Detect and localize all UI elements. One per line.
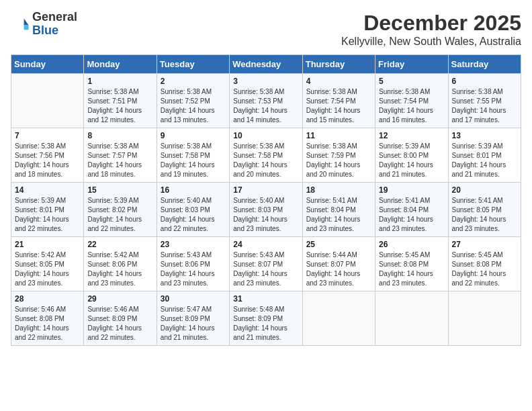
calendar-cell: 27Sunrise: 5:45 AM Sunset: 8:08 PM Dayli…	[448, 237, 521, 291]
cell-content: Sunrise: 5:42 AM Sunset: 8:05 PM Dayligh…	[15, 250, 80, 288]
cell-content: Sunrise: 5:38 AM Sunset: 7:53 PM Dayligh…	[233, 87, 298, 125]
calendar-cell: 31Sunrise: 5:48 AM Sunset: 8:09 PM Dayli…	[230, 291, 302, 346]
day-number: 2	[161, 77, 226, 86]
calendar-week-row: 1Sunrise: 5:38 AM Sunset: 7:51 PM Daylig…	[11, 74, 521, 128]
calendar-cell: 11Sunrise: 5:38 AM Sunset: 7:59 PM Dayli…	[302, 128, 375, 183]
calendar-cell: 23Sunrise: 5:43 AM Sunset: 8:06 PM Dayli…	[157, 237, 229, 291]
day-number: 28	[15, 294, 80, 304]
svg-marker-1	[24, 25, 29, 30]
calendar-cell: 20Sunrise: 5:41 AM Sunset: 8:05 PM Dayli…	[448, 183, 521, 237]
day-number: 17	[233, 185, 298, 195]
day-number: 3	[233, 77, 298, 86]
calendar-cell: 25Sunrise: 5:44 AM Sunset: 8:07 PM Dayli…	[302, 237, 375, 291]
cell-content: Sunrise: 5:39 AM Sunset: 8:01 PM Dayligh…	[15, 196, 80, 234]
calendar-cell: 15Sunrise: 5:39 AM Sunset: 8:02 PM Dayli…	[84, 183, 157, 237]
calendar-cell: 16Sunrise: 5:40 AM Sunset: 8:03 PM Dayli…	[157, 183, 229, 237]
calendar-cell: 26Sunrise: 5:45 AM Sunset: 8:08 PM Dayli…	[375, 237, 448, 291]
calendar-cell: 9Sunrise: 5:38 AM Sunset: 7:58 PM Daylig…	[157, 128, 229, 183]
day-number: 22	[87, 240, 152, 249]
day-number: 27	[452, 240, 517, 249]
calendar-week-row: 14Sunrise: 5:39 AM Sunset: 8:01 PM Dayli…	[11, 183, 521, 237]
calendar-cell: 8Sunrise: 5:38 AM Sunset: 7:57 PM Daylig…	[84, 128, 157, 183]
cell-content: Sunrise: 5:46 AM Sunset: 8:09 PM Dayligh…	[87, 305, 152, 342]
day-header-friday: Friday	[375, 55, 448, 74]
day-number: 7	[15, 131, 80, 140]
cell-content: Sunrise: 5:38 AM Sunset: 7:57 PM Dayligh…	[87, 142, 152, 179]
calendar-table: SundayMondayTuesdayWednesdayThursdayFrid…	[11, 54, 521, 346]
calendar-cell: 22Sunrise: 5:42 AM Sunset: 8:06 PM Dayli…	[84, 237, 157, 291]
cell-content: Sunrise: 5:39 AM Sunset: 8:01 PM Dayligh…	[452, 142, 517, 179]
location-title: Kellyville, New South Wales, Australia	[341, 36, 521, 48]
cell-content: Sunrise: 5:38 AM Sunset: 7:54 PM Dayligh…	[379, 87, 444, 125]
calendar-cell: 14Sunrise: 5:39 AM Sunset: 8:01 PM Dayli…	[11, 183, 84, 237]
day-header-monday: Monday	[84, 55, 157, 74]
logo-general: General	[32, 11, 77, 24]
calendar-cell: 29Sunrise: 5:46 AM Sunset: 8:09 PM Dayli…	[84, 291, 157, 346]
calendar-cell: 1Sunrise: 5:38 AM Sunset: 7:51 PM Daylig…	[84, 74, 157, 128]
cell-content: Sunrise: 5:47 AM Sunset: 8:09 PM Dayligh…	[161, 305, 226, 342]
calendar-cell: 7Sunrise: 5:38 AM Sunset: 7:56 PM Daylig…	[11, 128, 84, 183]
calendar-cell: 12Sunrise: 5:39 AM Sunset: 8:00 PM Dayli…	[375, 128, 448, 183]
calendar-week-row: 7Sunrise: 5:38 AM Sunset: 7:56 PM Daylig…	[11, 128, 521, 183]
month-title: December 2025	[341, 11, 521, 36]
day-number: 5	[379, 77, 444, 86]
cell-content: Sunrise: 5:38 AM Sunset: 7:52 PM Dayligh…	[161, 87, 226, 125]
calendar-week-row: 28Sunrise: 5:46 AM Sunset: 8:08 PM Dayli…	[11, 291, 521, 346]
calendar-cell	[11, 74, 84, 128]
day-header-tuesday: Tuesday	[157, 55, 229, 74]
calendar-cell	[375, 291, 448, 346]
calendar-cell	[448, 291, 521, 346]
day-number: 1	[87, 77, 152, 86]
day-number: 6	[452, 77, 517, 86]
calendar-body: 1Sunrise: 5:38 AM Sunset: 7:51 PM Daylig…	[11, 74, 521, 346]
calendar-cell: 18Sunrise: 5:41 AM Sunset: 8:04 PM Dayli…	[302, 183, 375, 237]
cell-content: Sunrise: 5:42 AM Sunset: 8:06 PM Dayligh…	[87, 250, 152, 288]
cell-content: Sunrise: 5:38 AM Sunset: 7:58 PM Dayligh…	[161, 142, 226, 179]
calendar-cell: 30Sunrise: 5:47 AM Sunset: 8:09 PM Dayli…	[157, 291, 229, 346]
title-area: December 2025 Kellyville, New South Wale…	[341, 11, 521, 48]
cell-content: Sunrise: 5:43 AM Sunset: 8:06 PM Dayligh…	[161, 250, 226, 288]
calendar-cell: 21Sunrise: 5:42 AM Sunset: 8:05 PM Dayli…	[11, 237, 84, 291]
day-number: 21	[15, 240, 80, 249]
day-header-wednesday: Wednesday	[230, 55, 302, 74]
svg-marker-0	[24, 18, 29, 25]
cell-content: Sunrise: 5:38 AM Sunset: 7:51 PM Dayligh…	[87, 87, 152, 125]
day-header-sunday: Sunday	[11, 55, 84, 74]
calendar-header-row: SundayMondayTuesdayWednesdayThursdayFrid…	[11, 55, 521, 74]
cell-content: Sunrise: 5:40 AM Sunset: 8:03 PM Dayligh…	[233, 196, 298, 234]
cell-content: Sunrise: 5:45 AM Sunset: 8:08 PM Dayligh…	[452, 250, 517, 288]
cell-content: Sunrise: 5:41 AM Sunset: 8:04 PM Dayligh…	[379, 196, 444, 234]
cell-content: Sunrise: 5:38 AM Sunset: 7:59 PM Dayligh…	[306, 142, 371, 179]
calendar-cell: 17Sunrise: 5:40 AM Sunset: 8:03 PM Dayli…	[230, 183, 302, 237]
cell-content: Sunrise: 5:38 AM Sunset: 7:55 PM Dayligh…	[452, 87, 517, 125]
calendar-cell: 10Sunrise: 5:38 AM Sunset: 7:58 PM Dayli…	[230, 128, 302, 183]
day-number: 15	[87, 185, 152, 195]
cell-content: Sunrise: 5:39 AM Sunset: 8:02 PM Dayligh…	[87, 196, 152, 234]
cell-content: Sunrise: 5:38 AM Sunset: 7:56 PM Dayligh…	[15, 142, 80, 179]
cell-content: Sunrise: 5:46 AM Sunset: 8:08 PM Dayligh…	[15, 305, 80, 342]
cell-content: Sunrise: 5:44 AM Sunset: 8:07 PM Dayligh…	[306, 250, 371, 288]
calendar-cell: 4Sunrise: 5:38 AM Sunset: 7:54 PM Daylig…	[302, 74, 375, 128]
calendar-cell: 28Sunrise: 5:46 AM Sunset: 8:08 PM Dayli…	[11, 291, 84, 346]
day-number: 14	[15, 185, 80, 195]
day-number: 8	[87, 131, 152, 140]
cell-content: Sunrise: 5:40 AM Sunset: 8:03 PM Dayligh…	[161, 196, 226, 234]
day-number: 11	[306, 131, 371, 140]
cell-content: Sunrise: 5:45 AM Sunset: 8:08 PM Dayligh…	[379, 250, 444, 288]
logo-icon	[11, 15, 30, 34]
day-number: 31	[233, 294, 298, 304]
day-number: 29	[87, 294, 152, 304]
day-number: 18	[306, 185, 371, 195]
calendar-cell: 24Sunrise: 5:43 AM Sunset: 8:07 PM Dayli…	[230, 237, 302, 291]
calendar-cell: 19Sunrise: 5:41 AM Sunset: 8:04 PM Dayli…	[375, 183, 448, 237]
day-header-saturday: Saturday	[448, 55, 521, 74]
calendar-cell: 3Sunrise: 5:38 AM Sunset: 7:53 PM Daylig…	[230, 74, 302, 128]
day-number: 19	[379, 185, 444, 195]
day-number: 24	[233, 240, 298, 249]
day-header-thursday: Thursday	[302, 55, 375, 74]
day-number: 30	[161, 294, 226, 304]
day-number: 4	[306, 77, 371, 86]
logo-blue: Blue	[32, 24, 77, 38]
cell-content: Sunrise: 5:38 AM Sunset: 7:54 PM Dayligh…	[306, 87, 371, 125]
cell-content: Sunrise: 5:48 AM Sunset: 8:09 PM Dayligh…	[233, 305, 298, 342]
